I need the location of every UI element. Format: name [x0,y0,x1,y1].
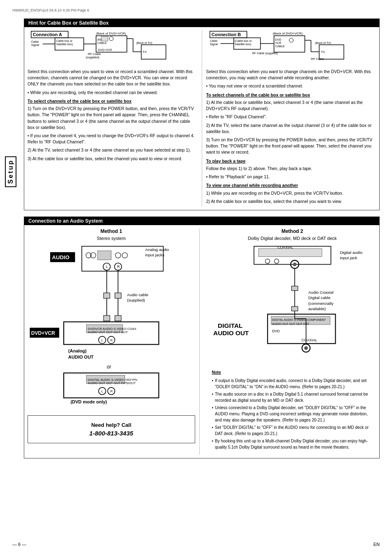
svg-text:COAXIAL: COAXIAL [277,245,293,249]
svg-point-101 [293,263,296,266]
svg-text:RF Cable: RF Cable [311,57,324,61]
svg-text:or: or [107,364,111,370]
svg-text:Digital audio: Digital audio [340,250,362,255]
hint-right: Connection B (Back of DVD+VCR) DVD VCR C… [202,30,376,207]
method1-diagram: AUDIO Analog audio input jacks L R [28,244,195,412]
svg-point-52 [122,253,127,258]
hint-left-step1: 1) Turn on the DVD+VCR by pressing the P… [28,106,198,131]
setup-sidebar-label: Setup [5,156,16,187]
svg-text:DVD: DVD [272,329,280,333]
main-content: Hint for Cable Box or Satellite Box Conn… [24,18,380,458]
note-area: Note • If output is Dolby Digital encode… [209,366,376,455]
svg-text:input jack: input jack [340,256,357,260]
header: H9680UD_EN/SP.qx3 04.8.10 4:26 PM Page 6 [12,8,380,12]
hint-right-step2-2: • Refer to "Playback" on page 11. [206,174,376,180]
diagram-a-svg: Connection A (Back of DVD+VCR) ANT. CABL… [28,30,198,65]
svg-point-96 [274,259,279,263]
page-number: — 6 — [12,542,26,547]
svg-text:Cable: Cable [31,40,39,43]
svg-text:(commercially: (commercially [308,301,333,306]
svg-rect-63 [104,293,110,298]
svg-text:DIGITAL: DIGITAL [218,322,242,329]
svg-text:DVD+VCR: DVD+VCR [98,48,112,51]
hint-right-intro: Select this connection when you want to … [206,69,376,81]
hint-right-step1-2: • Refer to "RF Output Channel". [206,114,376,120]
svg-text:AUDIO OUT  OUT   OUT    PrPb/O: AUDIO OUT OUT OUT PrPb/OUT [88,381,136,385]
svg-text:Satellite box): Satellite box) [56,43,73,46]
svg-text:L: L [106,265,108,269]
hint-right-step1-1: 1) At the cable box or satellite box, se… [206,99,376,112]
svg-text:Audio Coaxial: Audio Coaxial [308,290,333,295]
svg-rect-64 [115,293,121,298]
diagram-b: Connection B (Back of DVD+VCR) DVD VCR C… [206,30,376,66]
svg-text:AUDIO: AUDIO [52,254,69,260]
svg-text:DVD+VCR: DVD+VCR [31,330,55,336]
svg-rect-6 [101,36,108,41]
svg-text:(Back of TV): (Back of TV) [136,41,152,45]
help-text: Need help? Call [34,422,189,428]
hint-right-step3-1: 1) While you are recording on the DVD+VC… [206,190,376,196]
method2-title: Method 2 [209,228,376,234]
svg-text:(DVD mode only): (DVD mode only) [71,399,107,404]
svg-text:Signal: Signal [31,44,39,47]
hint-right-bullet1: • You may not view or record a scrambled… [206,83,376,89]
audio-method-content: Method 1 Stereo system AU [24,225,379,458]
hint-section: Hint for Cable Box or Satellite Box Conn… [24,18,380,210]
svg-text:Audio cable: Audio cable [127,292,148,297]
svg-rect-105 [291,306,297,311]
svg-text:VCR: VCR [275,41,281,44]
method2-subtitle: Dolby Digital decoder, MD deck or DAT de… [209,236,376,241]
svg-text:AUDIO OUT  OUT  OUT  OUT: AUDIO OUT OUT OUT OUT [88,330,128,334]
hint-section-content: Connection A (Back of DVD+VCR) ANT. CABL… [24,27,379,210]
svg-text:AUDIO OUT  OUT  OUT    OUT: AUDIO OUT OUT OUT OUT [272,322,309,326]
svg-text:Analog audio: Analog audio [145,247,169,251]
hint-section-title: Hint for Cable Box or Satellite Box [24,19,379,27]
hint-left: Connection A (Back of DVD+VCR) ANT. CABL… [28,30,202,207]
page-container: H9680UD_EN/SP.qx3 04.8.10 4:26 PM Page 6… [0,0,392,555]
svg-text:L: L [101,389,104,393]
method2-col: Method 2 Dolby Digital decoder, MD deck … [205,228,376,455]
svg-point-51 [115,253,121,258]
svg-point-7 [109,37,113,41]
method1-subtitle: Stereo system [28,236,195,241]
svg-text:(Back of DVD+VCR): (Back of DVD+VCR) [96,32,126,35]
svg-rect-50 [98,251,111,260]
svg-text:Connection B: Connection B [211,32,241,37]
diagram-a: Connection A (Back of DVD+VCR) ANT. CABL… [28,30,198,66]
svg-text:input jacks: input jacks [145,253,164,257]
svg-text:DVD: DVD [275,38,281,41]
method1-col: Method 1 Stereo system AU [28,228,200,455]
lang-label: EN [374,542,380,547]
svg-text:(supplied): (supplied) [127,298,145,302]
hint-left-step2: • If you use the channel 4, you need to … [28,133,198,145]
svg-text:COAXIAL: COAXIAL [301,338,317,342]
svg-rect-70 [115,315,121,321]
footer: — 6 — EN [12,542,380,547]
svg-text:Cable: Cable [210,39,217,42]
svg-text:Satellite box): Satellite box) [234,43,251,46]
hint-right-text: Select this connection when you want to … [206,69,376,205]
note-bullet-3: • Unless connected to a Dolby Digital de… [212,405,373,423]
audio-section: Connection to an Audio System Method 1 S… [24,216,380,458]
svg-text:CABLE: CABLE [97,41,107,44]
svg-text:DIGITAL    AUDIO  S-VIDEO  VID: DIGITAL AUDIO S-VIDEO VID/YPb [88,378,137,382]
method1-title: Method 1 [28,228,195,234]
svg-text:(Back of TV): (Back of TV) [315,41,331,45]
hint-right-subheading1: To select channels of the cable box or s… [206,92,376,98]
hint-right-step1-4: 3) Turn on the DVD+VCR by pressing the P… [206,137,376,156]
hint-right-subheading2: To play back a tape [206,158,376,164]
svg-text:TV: TV [321,50,325,54]
note-title: Note [212,369,373,375]
hint-left-step4: 3) At the cable box or satellite box, se… [28,156,198,162]
svg-text:L: L [101,339,104,342]
svg-text:Cable box or: Cable box or [56,39,73,42]
note-bullet-2: • The audio source on a disc in a Dolby … [212,391,373,403]
help-box: Need help? Call 1-800-813-3435 [28,415,195,443]
audio-section-title: Connection to an Audio System [24,217,379,225]
hint-left-step3: 2) At the TV, select channel 3 or 4 (the… [28,147,198,153]
svg-text:(Cable box or: (Cable box or [234,39,252,43]
hint-right-step2-1: Follow the steps 1) to 2) above. Then, p… [206,166,376,172]
svg-point-119 [304,346,308,350]
hint-right-step1-3: 2) At the TV, select the same channel as… [206,122,376,135]
svg-text:AUDIO OUT: AUDIO OUT [68,355,94,359]
